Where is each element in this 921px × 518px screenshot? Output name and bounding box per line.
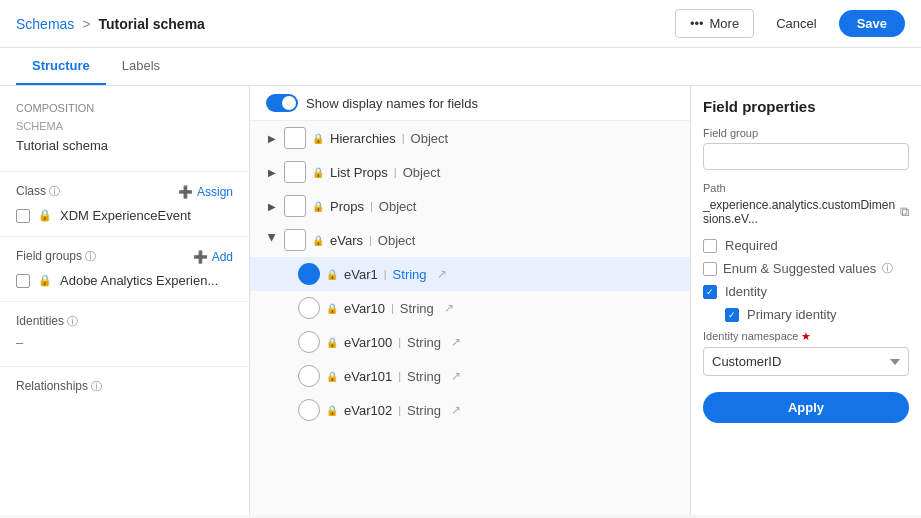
tree-node-evar100[interactable]: 🔒 eVar100 | String ↗ [250, 325, 690, 359]
dots-icon: ••• [690, 16, 704, 31]
field-group-field-label: Field group [703, 127, 909, 139]
main-content: Composition Schema Tutorial schema Class… [0, 86, 921, 515]
link-icon-evar10[interactable]: ↗ [444, 301, 454, 315]
node-name-listprops: List Props [330, 165, 388, 180]
save-button[interactable]: Save [839, 10, 905, 37]
add-plus-icon: ➕ [193, 250, 208, 264]
enum-checkbox[interactable] [703, 262, 717, 276]
tree-node-props[interactable]: ▶ 🔒 Props | Object [250, 189, 690, 223]
identity-namespace-select[interactable]: CustomerID Email Phone ECID [703, 347, 909, 376]
node-name-props: Props [330, 199, 364, 214]
relationships-info-icon[interactable]: ⓘ [91, 380, 102, 392]
class-checkbox[interactable] [16, 209, 30, 223]
lock-icon-evar10: 🔒 [326, 303, 338, 314]
node-name-evar100: eVar100 [344, 335, 392, 350]
tree-node-hierarchies[interactable]: ▶ 🔒 Hierarchies | Object [250, 121, 690, 155]
class-item[interactable]: 🔒 XDM ExperienceEvent [0, 203, 249, 228]
link-icon-evar1[interactable]: ↗ [437, 267, 447, 281]
identities-info-icon[interactable]: ⓘ [67, 315, 78, 327]
required-row: Required [703, 238, 909, 253]
field-group-item[interactable]: 🔒 Adobe Analytics Experien... [0, 268, 249, 293]
more-label: More [710, 16, 740, 31]
sep-evar100: | [398, 336, 401, 348]
identity-label: Identity [725, 284, 767, 299]
node-type-evar1: String [393, 267, 427, 282]
identity-checkbox[interactable] [703, 285, 717, 299]
tab-labels[interactable]: Labels [106, 48, 176, 85]
node-type-evar10: String [400, 301, 434, 316]
enum-info-icon[interactable]: ⓘ [882, 261, 893, 276]
tree-node-evars[interactable]: ▶ 🔒 eVars | Object [250, 223, 690, 257]
node-name-evar101: eVar101 [344, 369, 392, 384]
lock-icon-props: 🔒 [312, 201, 324, 212]
apply-button[interactable]: Apply [703, 392, 909, 423]
field-group-checkbox[interactable] [16, 274, 30, 288]
lock-icon-evar102: 🔒 [326, 405, 338, 416]
tree-scroll[interactable]: ▶ 🔒 Hierarchies | Object ▶ 🔒 List Props … [250, 121, 690, 514]
divider-1 [0, 171, 249, 172]
arrow-icon: ▶ [266, 132, 278, 144]
schema-sublabel: Schema [16, 120, 233, 132]
add-field-group-button[interactable]: ➕ Add [193, 250, 233, 264]
required-label: Required [725, 238, 778, 253]
field-group-lock-icon: 🔒 [38, 274, 52, 287]
node-box-listprops [284, 161, 306, 183]
link-icon-evar100[interactable]: ↗ [451, 335, 461, 349]
arrow-icon-evars: ▶ [266, 234, 278, 246]
tab-structure[interactable]: Structure [16, 48, 106, 85]
node-circle-evar101 [298, 365, 320, 387]
class-lock-icon: 🔒 [38, 209, 52, 222]
node-box-props [284, 195, 306, 217]
enum-label: Enum & Suggested values [723, 261, 876, 276]
schemas-link[interactable]: Schemas [16, 16, 74, 32]
node-name-evars: eVars [330, 233, 363, 248]
sep-evar1: | [384, 268, 387, 280]
tree-node-evar102[interactable]: 🔒 eVar102 | String ↗ [250, 393, 690, 427]
node-name-evar10: eVar10 [344, 301, 385, 316]
sep-evars: | [369, 234, 372, 246]
field-groups-info-icon[interactable]: ⓘ [85, 250, 96, 262]
assign-button[interactable]: ➕ Assign [178, 185, 233, 199]
class-info-icon[interactable]: ⓘ [49, 185, 60, 197]
tree-node-evar10[interactable]: 🔒 eVar10 | String ↗ [250, 291, 690, 325]
panel-title: Field properties [703, 98, 909, 115]
sep-evar101: | [398, 370, 401, 382]
composition-section: Composition Schema Tutorial schema [0, 98, 249, 163]
tree-node-listprops[interactable]: ▶ 🔒 List Props | Object [250, 155, 690, 189]
display-names-toggle[interactable] [266, 94, 298, 112]
required-checkbox[interactable] [703, 239, 717, 253]
cancel-button[interactable]: Cancel [762, 10, 830, 37]
tree-node-evar101[interactable]: 🔒 eVar101 | String ↗ [250, 359, 690, 393]
primary-identity-checkbox[interactable] [725, 308, 739, 322]
identity-namespace-row: Identity namespace ★ CustomerID Email Ph… [703, 330, 909, 376]
identities-row: Identities ⓘ [0, 310, 249, 333]
sep-hierarchies: | [402, 132, 405, 144]
more-button[interactable]: ••• More [675, 9, 754, 38]
node-type-props: Object [379, 199, 417, 214]
link-icon-evar101[interactable]: ↗ [451, 369, 461, 383]
tree-node-evar1[interactable]: 🔒 eVar1 | String ↗ [250, 257, 690, 291]
breadcrumb-current: Tutorial schema [99, 16, 205, 32]
identities-value: – [0, 333, 249, 358]
breadcrumb: Schemas > Tutorial schema [16, 16, 205, 32]
plus-icon: ➕ [178, 185, 193, 199]
enum-row: Enum & Suggested values ⓘ [703, 261, 909, 276]
copy-icon[interactable]: ⧉ [900, 204, 909, 220]
node-circle-evar102 [298, 399, 320, 421]
node-type-evar101: String [407, 369, 441, 384]
node-type-evar102: String [407, 403, 441, 418]
field-group-input[interactable] [703, 143, 909, 170]
link-icon-evar102[interactable]: ↗ [451, 403, 461, 417]
field-groups-row: Field groups ⓘ ➕ Add [0, 245, 249, 268]
node-type-evar100: String [407, 335, 441, 350]
tabs-bar: Structure Labels [0, 48, 921, 86]
lock-icon-evar101: 🔒 [326, 371, 338, 382]
primary-identity-label: Primary identity [747, 307, 837, 322]
right-panel: Field properties Field group Path _exper… [691, 86, 921, 515]
node-box-hierarchies [284, 127, 306, 149]
header-actions: ••• More Cancel Save [675, 9, 905, 38]
field-group-field: Field group [703, 127, 909, 170]
arrow-icon-listprops: ▶ [266, 166, 278, 178]
node-circle-evar1 [298, 263, 320, 285]
node-box-evars [284, 229, 306, 251]
